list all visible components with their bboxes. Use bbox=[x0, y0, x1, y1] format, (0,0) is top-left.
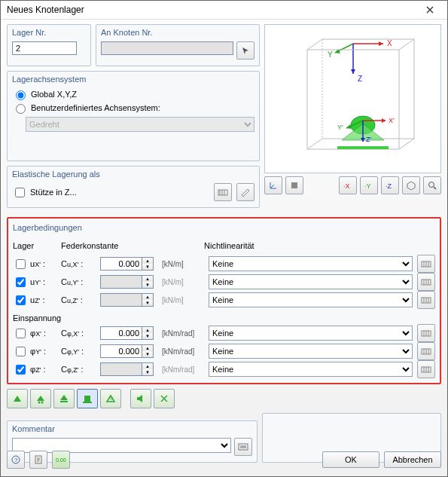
type-hinged-button[interactable] bbox=[7, 389, 28, 408]
view-y-icon: ·Y bbox=[364, 181, 374, 190]
type-free-button[interactable] bbox=[154, 389, 175, 408]
cond-phiy-value-input[interactable] bbox=[100, 344, 142, 358]
cond-phiz-check[interactable]: φZ' : bbox=[13, 362, 56, 377]
cond-phiy-check[interactable]: φY' : bbox=[13, 344, 56, 359]
svg-point-28 bbox=[38, 402, 41, 404]
spin-down-icon[interactable]: ▼ bbox=[142, 264, 153, 270]
svg-line-21 bbox=[434, 187, 436, 189]
type-xy-button[interactable]: xy bbox=[100, 389, 121, 408]
cond-uz-const-label: Cu,Z' : bbox=[61, 295, 96, 304]
view-iso-button[interactable] bbox=[402, 176, 420, 194]
units-button[interactable]: 0.00 bbox=[52, 451, 70, 469]
axis-user-radio[interactable]: Benutzerdefiniertes Achsensystem: bbox=[12, 102, 254, 114]
cond-phiz-value-input bbox=[100, 362, 142, 376]
cond-ux-edit-button[interactable] bbox=[417, 255, 435, 273]
report-icon bbox=[34, 455, 43, 464]
cond-phiz-spin: ▲▼ bbox=[100, 362, 154, 376]
cond-phix-const-label: Cφ,X' : bbox=[61, 329, 96, 338]
speaker-icon bbox=[136, 393, 146, 404]
type-roller-x-icon bbox=[35, 393, 46, 404]
svg-text:Z: Z bbox=[358, 75, 362, 83]
svg-text:·X: ·X bbox=[343, 182, 350, 190]
an-knoten-input[interactable] bbox=[101, 41, 233, 55]
cond-phix-spin[interactable]: ▲▼ bbox=[100, 326, 154, 340]
svg-text:X': X' bbox=[389, 117, 395, 124]
report-button[interactable] bbox=[29, 451, 47, 469]
elastic-column-input[interactable] bbox=[15, 188, 25, 197]
lager-nr-input[interactable] bbox=[12, 41, 77, 55]
spin-up-icon[interactable]: ▲ bbox=[142, 258, 153, 264]
svg-text:·Z: ·Z bbox=[386, 182, 392, 190]
cond-uz-check[interactable]: uZ' : bbox=[13, 293, 56, 307]
spin-up-icon[interactable]: ▲ bbox=[142, 345, 153, 351]
cond-phiy-edit-button[interactable] bbox=[417, 342, 435, 360]
type-roller-y-icon bbox=[59, 393, 69, 404]
axis-type-select[interactable]: Gedreht bbox=[26, 117, 254, 132]
cond-phiz-input[interactable] bbox=[16, 365, 26, 375]
svg-text:0.00: 0.00 bbox=[56, 457, 66, 463]
spin-down-icon[interactable]: ▼ bbox=[142, 351, 153, 357]
cond-ux-check[interactable]: uX' : bbox=[13, 257, 56, 271]
cond-phix-edit-button[interactable] bbox=[417, 324, 435, 342]
cond-phiy-input[interactable] bbox=[16, 347, 26, 356]
cond-phiy-spin[interactable]: ▲▼ bbox=[100, 344, 154, 358]
cond-phix-value-input[interactable] bbox=[100, 326, 142, 340]
cond-ux-input[interactable] bbox=[16, 259, 26, 269]
axis-user-input[interactable] bbox=[16, 104, 26, 114]
cond-uy-unit: [kN/m] bbox=[162, 278, 184, 286]
help-button[interactable]: ? bbox=[7, 451, 25, 469]
elastic-lib-button[interactable] bbox=[214, 183, 232, 201]
cond-uy-input[interactable] bbox=[16, 277, 26, 287]
axis-global-radio[interactable]: Global X,Y,Z bbox=[12, 88, 254, 100]
type-roller-x-button[interactable] bbox=[30, 389, 51, 408]
close-button[interactable] bbox=[419, 2, 441, 17]
cond-uy-edit-button[interactable] bbox=[417, 273, 435, 291]
cancel-button[interactable]: Abbrechen bbox=[384, 451, 441, 468]
type-clear-button[interactable] bbox=[130, 389, 151, 408]
type-fixed-icon bbox=[82, 393, 93, 404]
cond-ux-nonlin-select[interactable]: Keine bbox=[209, 256, 413, 271]
cond-phix-label: φX' : bbox=[30, 329, 46, 338]
cond-uz-nonlin-select[interactable]: Keine bbox=[209, 292, 413, 307]
cond-ux-const-label: Cu,X' : bbox=[61, 259, 96, 268]
cond-ux-value-input[interactable] bbox=[100, 257, 142, 271]
cond-phix-nonlin-select[interactable]: Keine bbox=[209, 326, 413, 341]
cond-phix-check[interactable]: φX' : bbox=[13, 326, 56, 341]
type-fixed-button[interactable] bbox=[77, 389, 98, 408]
view-y-button[interactable]: ·Y bbox=[360, 176, 378, 194]
cond-phiy-nonlin-select[interactable]: Keine bbox=[209, 344, 413, 359]
svg-text:X: X bbox=[387, 39, 392, 47]
axis-global-input[interactable] bbox=[16, 90, 26, 100]
help-icon: ? bbox=[11, 455, 20, 464]
elastic-column-check[interactable]: Stütze in Z... bbox=[12, 185, 209, 200]
view-solid-button[interactable] bbox=[285, 176, 303, 194]
axis-icon bbox=[269, 181, 278, 190]
type-roller-y-button[interactable] bbox=[53, 389, 75, 408]
svg-text:xy: xy bbox=[108, 396, 113, 400]
svg-rect-16 bbox=[291, 182, 297, 188]
cond-uz-edit-button[interactable] bbox=[417, 291, 435, 309]
support-preview-icon: X Y Z bbox=[274, 29, 432, 169]
cond-uy-check[interactable]: uY' : bbox=[13, 275, 56, 289]
dialog-title: Neues Knotenlager bbox=[7, 5, 419, 15]
cond-ux-spin[interactable]: ▲▼ bbox=[100, 257, 154, 271]
spin-down-icon[interactable]: ▼ bbox=[142, 333, 153, 339]
elastic-edit-button[interactable] bbox=[236, 183, 254, 201]
cond-phiz-edit-button[interactable] bbox=[417, 360, 435, 378]
svg-text:?: ? bbox=[14, 457, 18, 463]
lager-nr-label: Lager Nr. bbox=[12, 28, 86, 37]
view-x-button[interactable]: ·X bbox=[339, 176, 357, 194]
cond-uz-input[interactable] bbox=[16, 295, 26, 305]
view-z-button[interactable]: ·Z bbox=[381, 176, 399, 194]
view-zoom-button[interactable] bbox=[423, 176, 441, 194]
cond-uy-nonlin-select[interactable]: Keine bbox=[209, 274, 413, 289]
units-icon: 0.00 bbox=[55, 455, 67, 464]
cond-phiz-nonlin-select[interactable]: Keine bbox=[209, 362, 413, 377]
cond-phix-input[interactable] bbox=[16, 329, 26, 338]
spin-up-icon[interactable]: ▲ bbox=[142, 327, 153, 333]
ok-button[interactable]: OK bbox=[322, 451, 379, 468]
pick-node-button[interactable] bbox=[236, 41, 254, 60]
cond-uz-unit: [kN/m] bbox=[162, 296, 184, 304]
view-axis-button[interactable] bbox=[264, 176, 282, 194]
comment-title: Kommentar bbox=[12, 424, 252, 433]
